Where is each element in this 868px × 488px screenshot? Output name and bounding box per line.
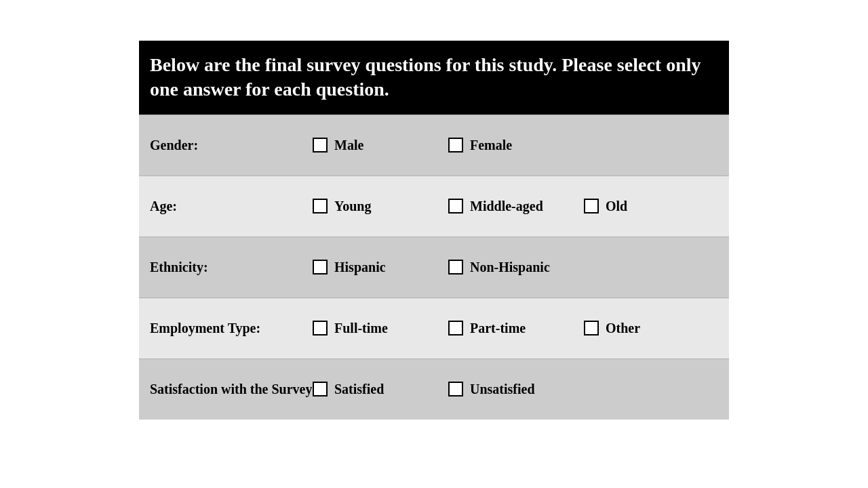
options-area-employment: Full-timePart-timeOther (313, 321, 719, 336)
checkbox-icon-age-2[interactable] (584, 199, 599, 214)
option-item-age-0[interactable]: Young (313, 199, 448, 214)
question-label-age: Age: (150, 199, 313, 214)
checkbox-icon-employment-1[interactable] (448, 321, 463, 336)
option-label-satisfaction-1: Unsatisfied (470, 382, 535, 397)
option-label-ethnicity-0: Hispanic (334, 260, 386, 275)
option-item-employment-2[interactable]: Other (584, 321, 719, 336)
option-item-satisfaction-0[interactable]: Satisfied (313, 382, 448, 397)
checkbox-icon-satisfaction-0[interactable] (313, 382, 328, 396)
question-label-satisfaction: Satisfaction with the Survey (150, 382, 313, 397)
checkbox-icon-employment-2[interactable] (584, 321, 599, 336)
option-label-employment-1: Part-time (470, 321, 526, 336)
options-area-age: YoungMiddle-agedOld (313, 199, 719, 214)
option-label-gender-1: Female (470, 138, 512, 153)
checkbox-icon-age-1[interactable] (448, 199, 463, 214)
checkbox-icon-ethnicity-0[interactable] (313, 260, 328, 274)
checkbox-icon-gender-1[interactable] (448, 138, 463, 152)
option-label-age-1: Middle-aged (470, 199, 543, 214)
question-label-employment: Employment Type: (150, 321, 313, 336)
question-label-gender: Gender: (150, 138, 313, 153)
survey-title: Below are the final survey questions for… (150, 53, 718, 102)
option-label-gender-0: Male (334, 138, 363, 153)
option-item-satisfaction-1[interactable]: Unsatisfied (448, 382, 584, 397)
checkbox-icon-gender-0[interactable] (313, 138, 328, 152)
option-item-gender-0[interactable]: Male (313, 138, 448, 153)
option-item-gender-1[interactable]: Female (448, 138, 584, 153)
option-label-age-2: Old (606, 199, 627, 214)
survey-row-gender: Gender:MaleFemale (139, 115, 729, 176)
survey-row-ethnicity: Ethnicity:HispanicNon-Hispanic (139, 237, 729, 298)
question-label-ethnicity: Ethnicity: (150, 260, 313, 275)
survey-header: Below are the final survey questions for… (139, 41, 729, 115)
options-area-gender: MaleFemale (313, 138, 718, 153)
option-item-age-1[interactable]: Middle-aged (448, 199, 584, 214)
options-area-satisfaction: SatisfiedUnsatisfied (313, 382, 718, 397)
option-item-age-2[interactable]: Old (584, 199, 719, 214)
checkbox-icon-employment-0[interactable] (313, 321, 328, 336)
checkbox-icon-ethnicity-1[interactable] (448, 260, 463, 274)
survey-container: Below are the final survey questions for… (139, 41, 729, 420)
survey-row-age: Age:YoungMiddle-agedOld (139, 176, 729, 237)
survey-row-satisfaction: Satisfaction with the SurveySatisfiedUns… (139, 359, 729, 420)
option-label-satisfaction-0: Satisfied (334, 382, 384, 397)
option-item-ethnicity-1[interactable]: Non-Hispanic (448, 260, 584, 275)
checkbox-icon-age-0[interactable] (313, 199, 328, 214)
checkbox-icon-satisfaction-1[interactable] (448, 382, 463, 396)
option-item-employment-0[interactable]: Full-time (313, 321, 448, 336)
option-label-ethnicity-1: Non-Hispanic (470, 260, 550, 275)
option-item-ethnicity-0[interactable]: Hispanic (313, 260, 448, 275)
option-label-employment-2: Other (606, 321, 640, 336)
options-area-ethnicity: HispanicNon-Hispanic (313, 260, 718, 275)
survey-row-employment: Employment Type:Full-timePart-timeOther (139, 298, 729, 359)
option-item-employment-1[interactable]: Part-time (448, 321, 584, 336)
option-label-age-0: Young (334, 199, 371, 214)
option-label-employment-0: Full-time (334, 321, 388, 336)
